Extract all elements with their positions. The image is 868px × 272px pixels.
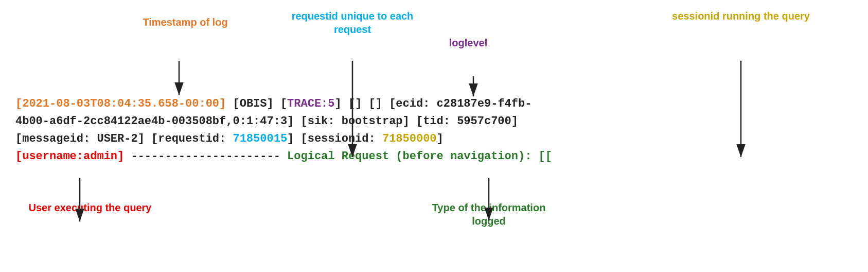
logtype-value: Logical Request (before navigation): [[	[287, 150, 552, 163]
sessionid-value: 71850000	[382, 132, 437, 145]
log-line-1: [2021-08-03T08:04:35.658-00:00] [OBIS] […	[15, 95, 552, 113]
log-line3-part5: ]	[437, 132, 444, 145]
requestid-annotation: requestid unique to each request	[288, 9, 417, 36]
log-line2-part1: 4b00-a6df-2cc84122ae4b-003508bf	[15, 115, 226, 128]
timestamp-annotation: Timestamp of log	[113, 15, 257, 29]
username-value: [username:admin]	[15, 150, 124, 163]
log-line3-part3: ] [sessionid:	[287, 132, 382, 145]
timestamp-value: [2021-08-03T08:04:35.658-00:00]	[15, 97, 226, 110]
log-line1-part4: ] [] [] [ecid: c28187e9-f4fb-	[335, 97, 532, 110]
requestid-value: 71850015	[233, 132, 287, 145]
log-line-3: [messageid: USER-2] [requestid: 71850015…	[15, 130, 552, 148]
diagram-container: Timestamp of log requestid unique to eac…	[0, 0, 868, 272]
log-line4-part2: ----------------------	[124, 150, 287, 163]
loglevel-annotation: loglevel	[432, 36, 504, 49]
loglevel-value: TRACE:5	[287, 97, 334, 110]
log-line-4: [username:admin] ---------------------- …	[15, 148, 552, 165]
log-line-2: 4b00-a6df-2cc84122ae4b-003508bf,0:1:47:3…	[15, 113, 552, 130]
logtype-annotation: Type of the information logged	[422, 201, 556, 228]
username-annotation: User executing the query	[28, 201, 152, 214]
log-content: [2021-08-03T08:04:35.658-00:00] [OBIS] […	[15, 95, 552, 165]
log-line2-part2: ,0:1:47:3] [sik: bootstrap] [tid: 5957c7…	[226, 115, 518, 128]
log-line1-part2: [OBIS] [	[233, 97, 287, 110]
log-line3-part1: [messageid: USER-2] [requestid:	[15, 132, 233, 145]
sessionid-annotation: sessionid running the query	[664, 9, 818, 23]
